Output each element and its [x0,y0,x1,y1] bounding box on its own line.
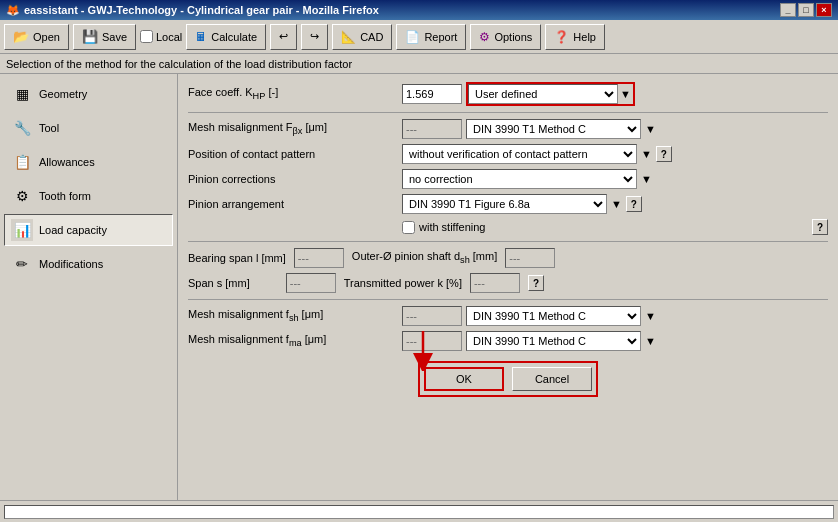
toolbar: 📂 Open 💾 Save Local 🖩 Calculate ↩ ↪ 📐 CA… [0,20,838,54]
infobar: Selection of the method for the calculat… [0,54,838,74]
redo-icon: ↪ [310,30,319,43]
titlebar-controls[interactable]: _ □ × [780,3,832,17]
report-icon: 📄 [405,30,420,44]
sidebar-item-tooth-form[interactable]: ⚙ Tooth form [4,180,173,212]
ok-cancel-highlight: OK Cancel [418,361,598,397]
ok-cancel-section: OK Cancel [188,361,828,397]
face-coeff-input[interactable] [402,84,462,104]
maximize-button[interactable]: □ [798,3,814,17]
chevron-down-icon-4: ▼ [641,173,652,185]
mesh-fsh-label: Mesh misalignment fsh [μm] [188,308,398,323]
cancel-button[interactable]: Cancel [512,367,592,391]
with-stiffening-checkbox[interactable] [402,221,415,234]
undo-button[interactable]: ↩ [270,24,297,50]
ok-cancel-row: OK Cancel [188,361,828,397]
sidebar-item-modifications[interactable]: ✏ Modifications [4,248,173,280]
modifications-icon: ✏ [11,253,33,275]
face-coeff-row: Face coeff. KHP [-] User defined ▼ [188,82,828,106]
pinion-arrangement-select[interactable]: DIN 3990 T1 Figure 6.8a [402,194,607,214]
tooth-form-icon: ⚙ [11,185,33,207]
sidebar-item-geometry[interactable]: ▦ Geometry [4,78,173,110]
mesh-fsh-select[interactable]: DIN 3990 T1 Method C [466,306,641,326]
minimize-button[interactable]: _ [780,3,796,17]
chevron-down-icon-3: ▼ [641,148,652,160]
sidebar-label-load-capacity: Load capacity [39,224,107,236]
user-defined-select[interactable]: User defined [468,84,618,104]
chevron-down-icon: ▼ [618,88,633,100]
transmitted-power-help[interactable]: ? [528,275,544,291]
sidebar-label-tooth-form: Tooth form [39,190,91,202]
transmitted-power-label: Transmitted power k [%] [344,277,462,289]
sidebar-label-modifications: Modifications [39,258,103,270]
sidebar-label-allowances: Allowances [39,156,95,168]
with-stiffening-row: with stiffening ? [402,219,828,235]
divider-2 [188,241,828,242]
mesh-fma-label: Mesh misalignment fma [μm] [188,333,398,348]
open-icon: 📂 [13,29,29,44]
position-contact-label: Position of contact pattern [188,148,398,160]
mesh-fsh-input[interactable] [402,306,462,326]
chevron-down-icon-7: ▼ [645,335,656,347]
sidebar-label-geometry: Geometry [39,88,87,100]
user-defined-highlight: User defined ▼ [466,82,635,106]
position-contact-row: Position of contact pattern without veri… [188,144,828,164]
open-button[interactable]: 📂 Open [4,24,69,50]
local-checkbox[interactable] [140,30,153,43]
load-capacity-icon: 📊 [11,219,33,241]
undo-icon: ↩ [279,30,288,43]
titlebar: 🦊 eassistant - GWJ-Technology - Cylindri… [0,0,838,20]
help-button[interactable]: ❓ Help [545,24,605,50]
chevron-down-icon-6: ▼ [645,310,656,322]
save-button[interactable]: 💾 Save [73,24,136,50]
infobar-text: Selection of the method for the calculat… [6,58,352,70]
mesh-misalignment-select[interactable]: DIN 3990 T1 Method C [466,119,641,139]
divider-3 [188,299,828,300]
titlebar-left: 🦊 eassistant - GWJ-Technology - Cylindri… [6,4,379,17]
mesh-fma-row: Mesh misalignment fma [μm] DIN 3990 T1 M… [188,331,828,351]
outer-diam-input[interactable] [505,248,555,268]
divider-1 [188,112,828,113]
span-s-label: Span s [mm] [188,277,250,289]
with-stiffening-label: with stiffening [419,221,485,233]
sidebar-item-load-capacity[interactable]: 📊 Load capacity [4,214,173,246]
red-arrow [408,331,438,371]
mesh-misalignment-row: Mesh misalignment Fβx [μm] DIN 3990 T1 M… [188,119,828,139]
bearing-span-label: Bearing span l [mm] [188,252,286,264]
progress-bar [4,505,834,519]
position-contact-select[interactable]: without verification of contact pattern [402,144,637,164]
allowances-icon: 📋 [11,151,33,173]
chevron-down-icon-5: ▼ [611,198,622,210]
pinion-arrangement-help[interactable]: ? [626,196,642,212]
titlebar-title: eassistant - GWJ-Technology - Cylindrica… [24,4,379,16]
face-coeff-label: Face coeff. KHP [-] [188,86,398,101]
bearing-span-input[interactable] [294,248,344,268]
bearing-outer-row: Bearing span l [mm] Outer-Ø pinion shaft… [188,248,828,268]
stiffening-help[interactable]: ? [812,219,828,235]
span-s-input[interactable] [286,273,336,293]
content-area: Face coeff. KHP [-] User defined ▼ Mesh … [178,74,838,500]
redo-button[interactable]: ↪ [301,24,328,50]
sidebar-label-tool: Tool [39,122,59,134]
position-contact-help[interactable]: ? [656,146,672,162]
report-button[interactable]: 📄 Report [396,24,466,50]
pinion-arrangement-row: Pinion arrangement DIN 3990 T1 Figure 6.… [188,194,828,214]
cad-button[interactable]: 📐 CAD [332,24,392,50]
pinion-arrangement-label: Pinion arrangement [188,198,398,210]
sidebar: ▦ Geometry 🔧 Tool 📋 Allowances ⚙ Tooth f… [0,74,178,500]
statusbar [0,500,838,522]
geometry-icon: ▦ [11,83,33,105]
tool-icon: 🔧 [11,117,33,139]
calculate-icon: 🖩 [195,30,207,44]
mesh-misalignment-label: Mesh misalignment Fβx [μm] [188,121,398,136]
pinion-corrections-select[interactable]: no correction [402,169,637,189]
close-button[interactable]: × [816,3,832,17]
sidebar-item-allowances[interactable]: 📋 Allowances [4,146,173,178]
calculate-button[interactable]: 🖩 Calculate [186,24,266,50]
pinion-corrections-label: Pinion corrections [188,173,398,185]
mesh-misalignment-input[interactable] [402,119,462,139]
mesh-fma-select[interactable]: DIN 3990 T1 Method C [466,331,641,351]
transmitted-power-input[interactable] [470,273,520,293]
sidebar-item-tool[interactable]: 🔧 Tool [4,112,173,144]
main-container: ▦ Geometry 🔧 Tool 📋 Allowances ⚙ Tooth f… [0,74,838,500]
options-button[interactable]: ⚙ Options [470,24,541,50]
